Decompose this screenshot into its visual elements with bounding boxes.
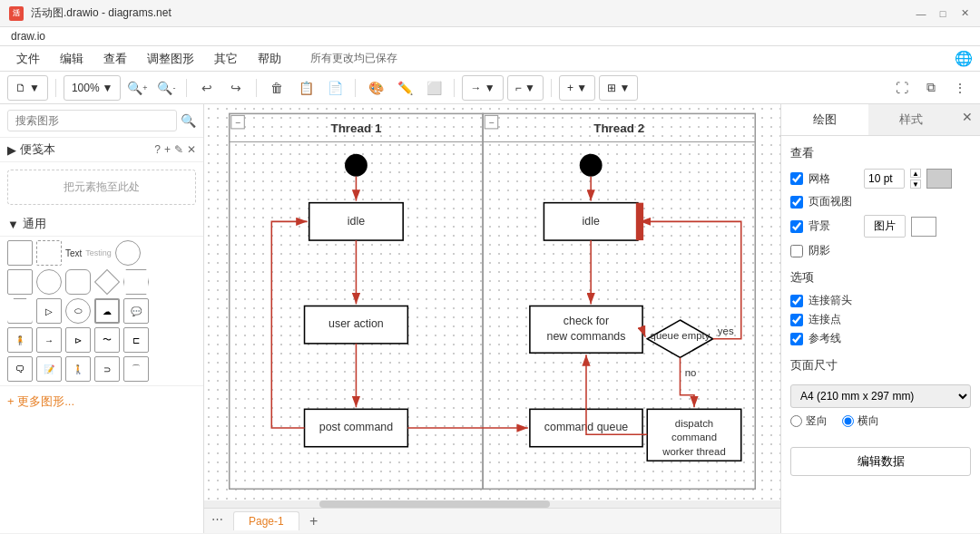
page-options-button[interactable]: ⋯ bbox=[211, 512, 230, 530]
shape-cylinder[interactable]: ⬭ bbox=[65, 298, 91, 324]
start-node-2[interactable] bbox=[580, 154, 603, 177]
start-node-1[interactable] bbox=[345, 154, 368, 177]
shape-misc[interactable]: ⊏ bbox=[123, 327, 149, 353]
fullscreen-button[interactable]: ⛶ bbox=[889, 75, 915, 101]
redo-button[interactable]: ↪ bbox=[223, 75, 249, 101]
background-image-button[interactable]: 图片 bbox=[864, 215, 906, 238]
fill-color-button[interactable]: 🎨 bbox=[363, 75, 388, 101]
shape-rectangle[interactable] bbox=[7, 240, 33, 266]
menu-file[interactable]: 文件 bbox=[7, 48, 49, 70]
more-shapes-link[interactable]: + 更多图形... bbox=[7, 394, 74, 408]
background-color-picker[interactable] bbox=[911, 217, 936, 237]
shape-diamond-wrapper[interactable] bbox=[94, 269, 120, 295]
zoom-in-button[interactable]: 🔍+ bbox=[124, 75, 150, 101]
collapse-button[interactable]: ⋮ bbox=[947, 75, 973, 101]
shape-bracket[interactable]: ⊃ bbox=[94, 356, 120, 382]
waypoint-button[interactable]: ⌐ ▼ bbox=[507, 75, 544, 101]
grid-decrement[interactable]: ▼ bbox=[910, 180, 921, 189]
tab-style[interactable]: 样式 bbox=[868, 104, 956, 135]
menu-format[interactable]: 调整图形 bbox=[138, 48, 203, 70]
menubar: 文件 编辑 查看 调整图形 其它 帮助 所有更改均已保存 🌐 bbox=[0, 46, 980, 72]
menu-extra[interactable]: 其它 bbox=[205, 48, 247, 70]
zoom-out-button[interactable]: 🔍- bbox=[153, 75, 179, 101]
grid-value-input[interactable] bbox=[864, 169, 905, 189]
insert-button[interactable]: + ▼ bbox=[559, 75, 595, 101]
shape-cloud[interactable]: ☁ bbox=[94, 298, 120, 324]
canvas[interactable]: Thread 1 Thread 2 − − idle i bbox=[204, 104, 780, 533]
paste-button[interactable]: 📄 bbox=[322, 75, 348, 101]
idle-text-2: idle bbox=[583, 215, 600, 228]
guidelines-checkbox[interactable] bbox=[790, 333, 803, 345]
shape-figure[interactable]: 🚶 bbox=[65, 356, 91, 382]
notepad-label[interactable]: ▶ 便笺本 bbox=[7, 141, 55, 158]
chevron-down-icon: ▼ bbox=[29, 82, 40, 94]
connection-style-button[interactable]: → ▼ bbox=[462, 75, 503, 101]
shapes-row-2 bbox=[7, 269, 196, 295]
add-icon[interactable]: + bbox=[164, 143, 171, 156]
landscape-radio[interactable] bbox=[842, 415, 854, 427]
menu-help[interactable]: 帮助 bbox=[249, 48, 290, 70]
general-section[interactable]: ▼ 通用 bbox=[0, 212, 203, 237]
undo-button[interactable]: ↩ bbox=[194, 75, 220, 101]
menu-view[interactable]: 查看 bbox=[94, 48, 136, 70]
shape-text-label[interactable]: Text bbox=[65, 248, 82, 258]
portrait-radio[interactable] bbox=[790, 415, 802, 427]
shape-rect2[interactable] bbox=[7, 269, 33, 295]
horizontal-scrollbar[interactable] bbox=[204, 500, 780, 508]
grid-increment[interactable]: ▲ bbox=[910, 169, 921, 178]
shape-circle[interactable] bbox=[36, 269, 62, 295]
shape-dotted-rect[interactable] bbox=[36, 240, 62, 266]
canvas-area[interactable]: Thread 1 Thread 2 − − idle i bbox=[204, 104, 780, 533]
page-tab[interactable]: Page-1 bbox=[233, 511, 299, 530]
shape-arc[interactable]: ⌒ bbox=[123, 356, 149, 382]
copy-button[interactable]: 📋 bbox=[293, 75, 318, 101]
connect-arrows-checkbox[interactable] bbox=[790, 295, 803, 307]
globe-icon[interactable]: 🌐 bbox=[955, 50, 973, 67]
search-input[interactable] bbox=[7, 110, 177, 131]
shape-speech[interactable]: 🗨 bbox=[7, 356, 33, 382]
close-button[interactable]: ✕ bbox=[958, 7, 971, 20]
close-icon[interactable]: ✕ bbox=[187, 143, 196, 156]
shape-button[interactable]: ⬜ bbox=[421, 75, 446, 101]
shape-wave[interactable]: 〜 bbox=[94, 327, 120, 353]
page-selector-button[interactable]: 🗋 ▼ bbox=[7, 75, 48, 101]
table-button[interactable]: ⊞ ▼ bbox=[599, 75, 638, 101]
delete-button[interactable]: 🗑 bbox=[264, 75, 289, 101]
shadow-checkbox[interactable] bbox=[790, 245, 803, 257]
portrait-label: 竖向 bbox=[790, 413, 828, 429]
shape-triangle[interactable]: ▷ bbox=[36, 298, 62, 324]
page-size-select[interactable]: A4 (210 mm x 297 mm) bbox=[790, 384, 971, 408]
shape-hexagon[interactable] bbox=[123, 269, 149, 295]
page-view-checkbox[interactable] bbox=[790, 196, 803, 209]
shape-rounded-rect[interactable] bbox=[65, 269, 91, 295]
zoom-level-button[interactable]: 100% ▼ bbox=[64, 75, 122, 101]
grid-checkbox[interactable] bbox=[790, 172, 803, 185]
minimize-button[interactable]: — bbox=[915, 7, 927, 20]
shape-testing-label[interactable]: Testing bbox=[85, 248, 112, 257]
shape-note[interactable]: 📝 bbox=[36, 356, 62, 382]
menu-edit[interactable]: 编辑 bbox=[51, 48, 93, 70]
shape-ellipse[interactable] bbox=[115, 240, 141, 266]
shape-person[interactable]: 🧍 bbox=[7, 327, 33, 353]
connect-points-checkbox[interactable] bbox=[790, 314, 803, 326]
grid-color-picker[interactable] bbox=[926, 169, 952, 189]
tab-draw[interactable]: 绘图 bbox=[781, 104, 868, 135]
thread1-header: Thread 1 bbox=[330, 121, 382, 135]
sync-bar bbox=[636, 203, 643, 240]
maximize-button[interactable]: □ bbox=[936, 7, 949, 20]
background-checkbox[interactable] bbox=[790, 220, 803, 233]
add-page-button[interactable]: + bbox=[303, 510, 325, 532]
landscape-label: 横向 bbox=[842, 413, 879, 429]
shape-process[interactable]: ⊳ bbox=[65, 327, 91, 353]
edit-data-button[interactable]: 编辑数据 bbox=[790, 447, 971, 476]
line-color-button[interactable]: ✏️ bbox=[392, 75, 417, 101]
more-shapes-section: + 更多图形... bbox=[0, 385, 203, 417]
question-icon[interactable]: ? bbox=[154, 143, 161, 156]
scrollbar-thumb[interactable] bbox=[319, 500, 550, 508]
shape-callout[interactable]: 💬 bbox=[123, 298, 149, 324]
shape-arrow-right[interactable]: → bbox=[36, 327, 62, 353]
shape-trapezoid[interactable] bbox=[7, 298, 33, 324]
split-button[interactable]: ⧉ bbox=[918, 75, 944, 101]
edit-icon[interactable]: ✎ bbox=[174, 143, 183, 156]
panel-close-button[interactable]: ✕ bbox=[955, 104, 980, 135]
